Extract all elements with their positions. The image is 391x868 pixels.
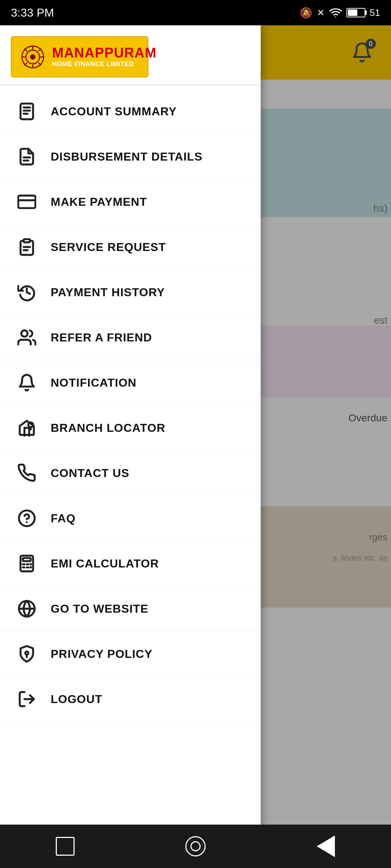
emblem-svg (19, 43, 46, 71)
svg-rect-29 (23, 558, 31, 561)
logo-sub-text: HOME FINANCE LIMITED (52, 60, 157, 68)
menu-item-faq[interactable]: FAQ (0, 496, 261, 541)
notification-x-icon: ✕ (317, 7, 325, 18)
navigation-drawer: MANAPPURAM HOME FINANCE LIMITED ACCOUNT … (0, 25, 261, 868)
clipboard-icon (16, 236, 38, 258)
menu-item-payment-history[interactable]: PAYMENT HISTORY (0, 270, 261, 315)
credit-card-icon (16, 191, 38, 213)
bell-menu-icon (16, 372, 38, 393)
menu-item-privacy-policy[interactable]: PRIVACY POLICY (0, 631, 261, 677)
document-list-icon (16, 101, 38, 122)
menu-label-refer-a-friend: REFER A FRIEND (51, 331, 152, 344)
status-time: 3:33 PM (11, 6, 54, 20)
bg-text-interest: est (374, 315, 387, 326)
phone-icon (16, 462, 38, 484)
nav-square-button[interactable] (51, 832, 80, 861)
nav-back-button[interactable] (311, 832, 340, 861)
menu-label-notification: NOTIFICATION (51, 376, 136, 390)
globe-icon (16, 598, 38, 620)
bg-text-months: hs) (373, 203, 387, 214)
menu-item-contact-us[interactable]: CONTACT US (0, 451, 261, 496)
menu-label-logout: LOGOUT (51, 693, 102, 706)
menu-item-refer-a-friend[interactable]: REFER A FRIEND (0, 315, 261, 360)
svg-point-23 (21, 331, 28, 337)
bg-text-levies: s, levies etc. as (333, 553, 387, 563)
help-circle-icon (16, 507, 38, 529)
menu-item-make-payment[interactable]: MAKE PAYMENT (0, 179, 261, 225)
menu-item-emi-calculator[interactable]: EMI CALCULATOR (0, 541, 261, 586)
wifi-icon (329, 6, 342, 19)
menu-label-contact-us: CONTACT US (51, 467, 129, 480)
calculator-icon (16, 553, 38, 574)
menu-item-disbursement-details[interactable]: DISBURSEMENT DETAILS (0, 134, 261, 179)
bg-text-charges: rges (369, 532, 387, 543)
nav-circle-inner-icon (190, 841, 201, 851)
menu-label-privacy-policy: PRIVACY POLICY (51, 647, 152, 661)
notification-badge: 0 (366, 39, 376, 49)
menu-label-go-to-website: GO TO WEBSITE (51, 602, 148, 616)
menu-item-go-to-website[interactable]: GO TO WEBSITE (0, 586, 261, 631)
navigation-bar (0, 825, 391, 868)
nav-square-icon (56, 837, 75, 856)
nav-home-button[interactable] (181, 832, 210, 861)
bell-icon-container[interactable]: 0 (340, 25, 384, 80)
svg-rect-18 (18, 196, 35, 208)
menu-label-payment-history: PAYMENT HISTORY (51, 286, 165, 299)
battery-icon (346, 8, 365, 17)
menu-label-account-summary: ACCOUNT SUMMARY (51, 105, 177, 118)
menu-label-service-request: SERVICE REQUEST (51, 241, 166, 254)
logo-emblem (19, 42, 46, 71)
battery-level: 51 (370, 7, 380, 18)
status-bar: 3:33 PM 🔕 ✕ 51 (0, 0, 391, 25)
menu-label-make-payment: MAKE PAYMENT (51, 195, 147, 209)
menu-item-account-summary[interactable]: ACCOUNT SUMMARY (0, 89, 261, 134)
svg-point-3 (30, 54, 35, 60)
menu-item-service-request[interactable]: SERVICE REQUEST (0, 225, 261, 270)
menu-label-disbursement-details: DISBURSEMENT DETAILS (51, 150, 202, 163)
logo-main-text: MANAPPURAM (52, 46, 157, 61)
svg-rect-20 (24, 239, 30, 242)
shield-icon (16, 643, 38, 665)
document-text-icon (16, 146, 38, 167)
drawer-logo-area: MANAPPURAM HOME FINANCE LIMITED (0, 25, 261, 85)
logo-box: MANAPPURAM HOME FINANCE LIMITED (11, 36, 148, 77)
bg-text-overdue: Overdue (349, 412, 387, 424)
logo-text-area: MANAPPURAM HOME FINANCE LIMITED (52, 46, 157, 68)
history-icon (16, 281, 38, 303)
notification-bell[interactable]: 0 (351, 42, 373, 63)
nav-circle-icon (185, 836, 206, 856)
menu-label-faq: FAQ (51, 512, 76, 525)
menu-item-notification[interactable]: NOTIFICATION (0, 360, 261, 405)
menu-label-emi-calculator: EMI CALCULATOR (51, 557, 159, 570)
menu-item-logout[interactable]: LOGOUT (0, 677, 261, 722)
users-icon (16, 327, 38, 348)
logout-icon (16, 688, 38, 710)
mute-icon: 🔕 (300, 7, 312, 19)
menu-item-branch-locator[interactable]: BRANCH LOCATOR (0, 405, 261, 451)
drawer-menu: ACCOUNT SUMMARY DISBURSEMENT DETAILS (0, 85, 261, 868)
nav-back-icon (317, 835, 335, 857)
menu-label-branch-locator: BRANCH LOCATOR (51, 421, 165, 435)
status-icons: 🔕 ✕ 51 (300, 6, 380, 19)
home-location-icon (16, 417, 38, 439)
